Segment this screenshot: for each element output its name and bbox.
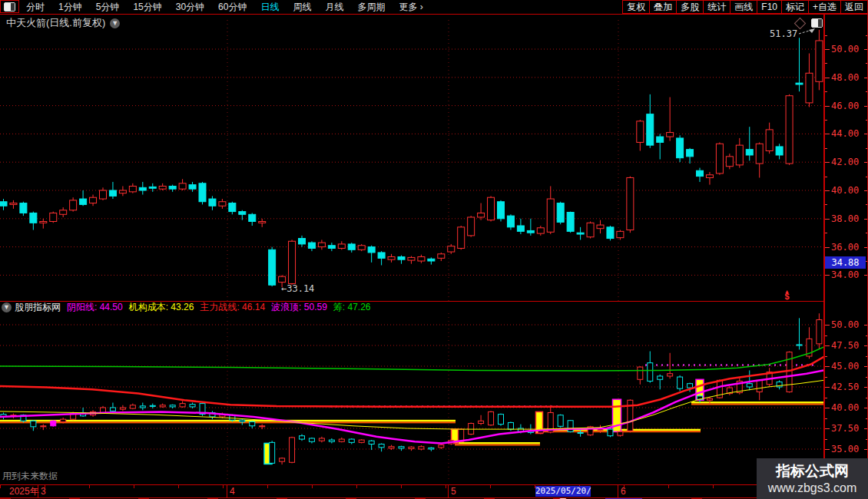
period-tab-月线[interactable]: 月线	[318, 1, 350, 14]
candle	[438, 254, 445, 259]
candle	[627, 177, 634, 230]
chevron-down-icon[interactable]: ▼	[110, 18, 120, 28]
axis-tick	[825, 106, 830, 107]
axis-tick	[825, 190, 830, 191]
date-cursor-badge: 2025/05/20/二	[535, 486, 591, 497]
indicator-svg[interactable]	[0, 313, 823, 482]
candle	[149, 187, 156, 188]
period-tab-周线[interactable]: 周线	[286, 1, 318, 14]
mini-candle	[290, 438, 295, 462]
toolbar-button-标记[interactable]: 标记	[781, 0, 809, 14]
candle	[80, 199, 87, 204]
mini-candle	[658, 376, 663, 379]
toolbar-button-复权[interactable]: 复权	[622, 0, 650, 14]
candle	[40, 221, 47, 223]
candle	[318, 243, 325, 247]
candle	[736, 145, 743, 165]
mini-candle	[747, 384, 752, 387]
period-tab-5分钟[interactable]: 5分钟	[89, 1, 127, 14]
axis-tick	[825, 35, 827, 36]
main-candlestick-chart[interactable]: 51.37←33.14	[0, 14, 823, 302]
candle	[408, 257, 415, 260]
main-axis-label: 38.00	[831, 213, 866, 224]
candle	[199, 183, 206, 202]
toolbar-button-叠加[interactable]: 叠加	[649, 0, 677, 14]
candle	[816, 41, 823, 81]
candle	[637, 121, 644, 143]
layout-toggle-button[interactable]	[0, 0, 19, 13]
candle	[20, 203, 27, 213]
mini-candle	[110, 408, 115, 411]
toolbar-button-画线[interactable]: 画线	[730, 0, 757, 14]
toolbar-button-+自选[interactable]: +自选	[808, 0, 841, 14]
chevron-down-icon[interactable]: ▼	[2, 302, 12, 312]
candle	[488, 197, 495, 220]
indicator-axis-label: 50.00	[831, 319, 866, 330]
mini-candle	[638, 367, 643, 379]
toolbar-button-返回[interactable]: 返回	[840, 0, 868, 14]
mini-candle	[379, 444, 384, 448]
candle	[677, 138, 684, 158]
toolbar-button-多股[interactable]: 多股	[676, 0, 704, 14]
mini-candle	[240, 420, 245, 421]
watermark-url: www.zbgs3.com	[768, 481, 857, 496]
axis-tick	[864, 275, 867, 276]
mini-candle	[61, 419, 66, 421]
axis-tick	[866, 63, 867, 64]
money-flow-icon[interactable]: ▲ $	[784, 289, 790, 299]
candle	[259, 221, 266, 223]
candle	[577, 233, 584, 234]
timeline-axis[interactable]: 2025年 2025/05/20/二 3456	[0, 484, 868, 498]
split-pane-icon[interactable]	[811, 18, 823, 28]
main-axis-label: 42.00	[831, 157, 866, 167]
split-pane-icon	[4, 2, 15, 12]
mini-candle	[558, 415, 563, 427]
candle	[657, 137, 664, 142]
axis-tick	[825, 204, 827, 205]
mini-candle	[578, 432, 583, 433]
period-tab-更多 ›[interactable]: 更多 ›	[392, 1, 429, 14]
axis-tick	[864, 134, 867, 134]
candle	[189, 185, 196, 190]
toolbar-button-F10[interactable]: F10	[757, 0, 782, 14]
mini-candle	[389, 447, 394, 448]
candle	[179, 183, 186, 189]
low-annotation: ←33.14	[281, 283, 314, 294]
mini-candle	[678, 377, 683, 388]
axis-tick	[866, 148, 867, 149]
candle	[50, 213, 57, 221]
axis-tick	[825, 162, 830, 163]
toolbar-button-统计[interactable]: 统计	[703, 0, 731, 14]
indicator-axis-label: 40.00	[831, 402, 866, 413]
main-chart-svg[interactable]: 51.37←33.14	[0, 14, 823, 301]
axis-tick	[825, 177, 827, 177]
period-tab-1分钟[interactable]: 1分钟	[51, 1, 89, 14]
axis-tick	[864, 387, 867, 388]
candle	[448, 246, 455, 252]
period-tab-日线[interactable]: 日线	[253, 1, 286, 14]
diamond-icon[interactable]	[794, 17, 807, 29]
axis-tick	[866, 398, 867, 398]
indicator-axis-label: 42.50	[831, 382, 866, 392]
axis-tick	[866, 120, 867, 121]
trading-app-window: 分时1分钟5分钟15分钟30分钟60分钟日线周线月线多周期更多 › 复权叠加多股…	[0, 0, 868, 499]
period-tab-分时[interactable]: 分时	[19, 1, 51, 14]
period-tab-多周期[interactable]: 多周期	[350, 1, 392, 14]
mini-candle	[250, 421, 255, 425]
candle	[378, 253, 385, 258]
candle	[348, 244, 355, 250]
mini-candle	[419, 447, 424, 449]
mini-candle	[170, 405, 175, 407]
indicator-panel-chart[interactable]	[0, 313, 823, 482]
period-tab-60分钟[interactable]: 60分钟	[211, 1, 253, 14]
candle	[249, 214, 256, 221]
axis-tick	[825, 78, 830, 78]
candle	[70, 200, 77, 210]
period-tab-15分钟[interactable]: 15分钟	[126, 1, 168, 14]
candle	[139, 187, 146, 190]
axis-tick	[825, 120, 827, 121]
platform-line-shadow	[455, 444, 540, 445]
period-tab-30分钟[interactable]: 30分钟	[169, 1, 211, 14]
candle	[30, 213, 37, 223]
main-axis-label: 44.00	[831, 128, 866, 139]
